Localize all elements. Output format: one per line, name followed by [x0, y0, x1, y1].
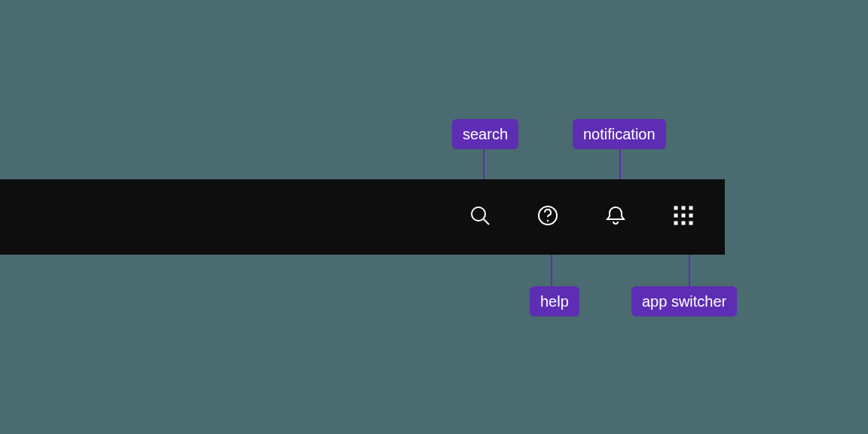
svg-point-0 [472, 207, 485, 221]
svg-point-3 [547, 220, 549, 222]
svg-rect-8 [682, 214, 685, 217]
svg-rect-9 [689, 214, 692, 217]
label-notification: notification [573, 119, 666, 149]
svg-rect-5 [682, 206, 685, 209]
label-help: help [530, 286, 579, 316]
svg-rect-6 [689, 206, 692, 209]
notification-button[interactable] [582, 179, 649, 255]
svg-line-1 [484, 219, 489, 225]
help-button[interactable] [514, 179, 582, 255]
svg-rect-12 [689, 222, 692, 225]
svg-rect-7 [674, 214, 677, 217]
diagram-stage: search notification help app switcher [0, 0, 868, 434]
label-search: search [452, 119, 518, 149]
search-icon [468, 203, 492, 231]
svg-rect-10 [674, 222, 677, 225]
app-switcher-button[interactable] [649, 179, 717, 255]
header-utility-toolbar [0, 179, 725, 255]
notification-icon [604, 203, 628, 231]
label-app-switcher: app switcher [631, 286, 737, 316]
svg-rect-11 [682, 222, 685, 225]
search-button[interactable] [446, 179, 514, 255]
svg-rect-4 [674, 206, 677, 209]
app-switcher-icon [673, 205, 694, 229]
help-icon [536, 203, 560, 231]
